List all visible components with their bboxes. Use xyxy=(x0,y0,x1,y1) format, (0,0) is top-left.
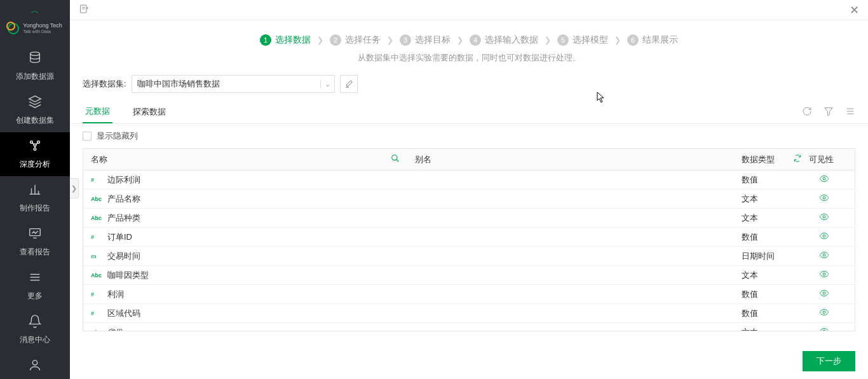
step-5[interactable]: 5选择模型 xyxy=(557,34,608,46)
collapse-arrow-icon[interactable]: ︿ xyxy=(31,5,39,17)
dataset-label: 选择数据集: xyxy=(83,78,126,90)
svg-point-2 xyxy=(31,141,33,144)
step-num: 5 xyxy=(557,34,569,46)
eye-icon[interactable] xyxy=(819,193,829,205)
step-3[interactable]: 3选择目标 xyxy=(400,34,451,46)
type-icon: # xyxy=(91,310,102,317)
next-button[interactable]: 下一步 xyxy=(803,351,855,371)
eye-icon[interactable] xyxy=(819,269,829,281)
svg-line-7 xyxy=(36,143,37,144)
close-icon[interactable]: ✕ xyxy=(850,3,859,17)
refresh-icon[interactable] xyxy=(802,106,812,118)
sidebar-item-user[interactable]: admin xyxy=(0,352,70,379)
edit-dataset-button[interactable] xyxy=(340,75,358,93)
main-panel: ✕ 1选择数据 ❯ 2选择任务 ❯ 3选择目标 ❯ 4选择输入数据 ❯ 5选择模… xyxy=(70,0,868,379)
sidebar-item-label: 创建数据集 xyxy=(16,115,54,126)
filter-icon[interactable] xyxy=(824,106,834,118)
eye-icon[interactable] xyxy=(819,212,829,224)
svg-point-18 xyxy=(32,361,37,365)
svg-point-31 xyxy=(823,177,825,180)
cell-name: Abc 咖啡因类型 xyxy=(83,270,407,281)
step-1[interactable]: 1选择数据 xyxy=(260,34,311,46)
eye-icon[interactable] xyxy=(819,250,829,262)
expand-handle[interactable]: ❯ xyxy=(70,178,79,198)
sidebar-item-label: 更多 xyxy=(27,291,43,301)
columns-table: 名称 别名 数据类型 可见性 # 边际利润 数值 xyxy=(83,148,855,331)
svg-point-32 xyxy=(823,196,825,199)
svg-point-33 xyxy=(823,216,825,218)
svg-point-38 xyxy=(823,311,825,314)
show-hidden-checkbox[interactable] xyxy=(83,132,92,141)
tabs: 元数据 探索数据 xyxy=(70,100,868,124)
cell-name: Abc 产品名称 xyxy=(83,193,407,205)
step-num: 2 xyxy=(330,34,341,46)
table-row[interactable]: # 边际利润 数值 xyxy=(83,170,855,190)
eye-icon[interactable] xyxy=(819,326,829,331)
step-label: 选择任务 xyxy=(345,34,381,46)
cell-visibility xyxy=(794,212,855,224)
svg-line-30 xyxy=(397,160,399,162)
table-row[interactable]: # 利润 数值 xyxy=(83,285,855,304)
cell-name: ▭ 交易时间 xyxy=(83,251,407,262)
sync-icon[interactable] xyxy=(794,155,801,164)
table-row[interactable]: Abc 产品名称 文本 xyxy=(83,190,855,209)
logo-icon xyxy=(8,23,19,34)
sidebar-item-report-view[interactable]: 查看报告 xyxy=(0,220,70,264)
layers-icon xyxy=(28,95,42,113)
chevron-right-icon: ❯ xyxy=(545,36,551,45)
tab-metadata[interactable]: 元数据 xyxy=(83,100,112,123)
sidebar-item-label: 深度分析 xyxy=(20,159,50,170)
cell-dtype: 数值 xyxy=(742,289,794,300)
show-hidden-row: 显示隐藏列 xyxy=(70,124,868,148)
step-2[interactable]: 2选择任务 xyxy=(330,34,381,46)
sidebar-item-datasource[interactable]: 添加数据源 xyxy=(0,45,70,88)
eye-icon[interactable] xyxy=(819,288,829,300)
th-name-text: 名称 xyxy=(91,154,107,165)
col-name-text: 产品种类 xyxy=(107,212,140,224)
step-6[interactable]: 6结果展示 xyxy=(627,34,678,46)
col-name-text: 边际利润 xyxy=(107,174,140,186)
step-label: 选择数据 xyxy=(275,34,311,46)
col-name-text: 省份 xyxy=(107,327,124,331)
database-icon xyxy=(28,51,42,69)
cell-name: # 利润 xyxy=(83,289,407,300)
sidebar-item-messages[interactable]: 消息中心 xyxy=(0,308,70,352)
col-name-text: 产品名称 xyxy=(107,193,140,205)
table-row[interactable]: Abc 产品种类 文本 xyxy=(83,209,855,228)
sidebar: ︿ Yonghong Tech Talk with Data 添加数据源 创建数… xyxy=(0,0,70,379)
table-row[interactable]: ▭ 交易时间 日期时间 xyxy=(83,247,855,266)
list-icon[interactable] xyxy=(845,106,855,118)
step-label: 结果展示 xyxy=(642,34,678,46)
topbar: ✕ xyxy=(70,0,868,20)
cell-name: # 边际利润 xyxy=(83,174,407,186)
th-alias: 别名 xyxy=(407,154,742,165)
type-icon: Abc xyxy=(91,196,102,202)
step-label: 选择模型 xyxy=(573,34,608,46)
type-icon: Abc xyxy=(91,215,102,221)
sidebar-item-report-create[interactable]: 制作报告 xyxy=(0,176,70,220)
sidebar-item-more[interactable]: 更多 xyxy=(0,264,70,308)
table-row[interactable]: # 订单ID 数值 xyxy=(83,228,855,247)
step-4[interactable]: 4选择输入数据 xyxy=(470,34,538,46)
note-icon[interactable] xyxy=(79,4,89,17)
th-name: 名称 xyxy=(83,154,407,165)
dataset-select[interactable]: 咖啡中国市场销售数据 ⌄ xyxy=(132,75,335,93)
sidebar-item-label: 添加数据源 xyxy=(16,71,54,82)
tab-explore[interactable]: 探索数据 xyxy=(130,101,168,123)
svg-marker-25 xyxy=(825,107,832,115)
eye-icon[interactable] xyxy=(819,174,829,186)
table-row[interactable]: Abc 咖啡因类型 文本 xyxy=(83,266,855,285)
search-icon[interactable] xyxy=(391,154,400,165)
chevron-right-icon: ❯ xyxy=(317,36,323,45)
sidebar-item-analysis[interactable]: 深度分析 xyxy=(0,132,70,176)
eye-icon[interactable] xyxy=(819,307,829,319)
svg-point-3 xyxy=(37,141,40,144)
type-icon: # xyxy=(91,291,102,298)
sidebar-item-dataset[interactable]: 创建数据集 xyxy=(0,88,70,132)
eye-icon[interactable] xyxy=(819,231,829,243)
svg-marker-1 xyxy=(29,96,41,102)
chevron-right-icon: ❯ xyxy=(614,36,621,45)
table-row[interactable]: # 区域代码 数值 xyxy=(83,304,855,323)
type-icon: ▭ xyxy=(91,253,102,259)
table-row[interactable]: Abc 省份 文本 xyxy=(83,323,855,331)
